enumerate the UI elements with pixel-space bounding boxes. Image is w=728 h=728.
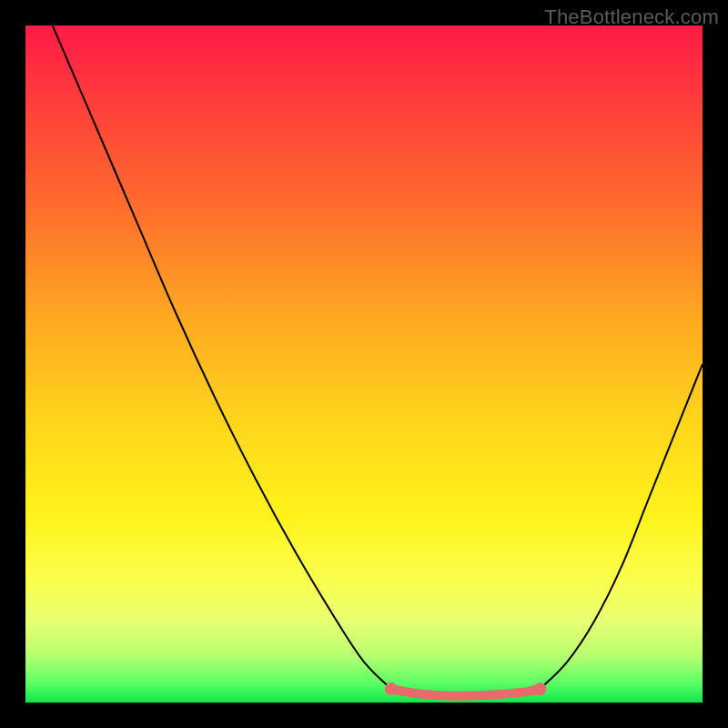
ideal-dot-left (385, 682, 398, 695)
plot-area (25, 25, 703, 703)
left-curve (53, 25, 391, 689)
chart-frame: TheBottleneck.com (0, 0, 728, 728)
ideal-band-marker (391, 689, 541, 696)
curve-layer (25, 25, 703, 703)
ideal-dot-right (533, 682, 546, 695)
watermark-text: TheBottleneck.com (544, 5, 719, 29)
right-curve (540, 364, 703, 689)
